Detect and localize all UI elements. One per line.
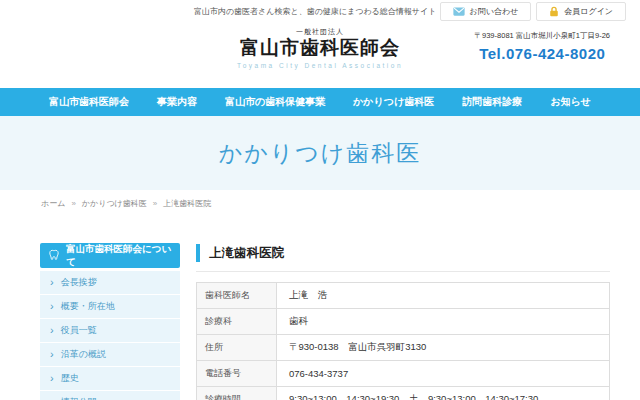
sidebar-item-overview-location[interactable]: › 概要・所在地 [40,295,180,319]
sidebar-menu: › 会長挨拶 › 概要・所在地 › 役員一覧 › 沿革の概説 › 歴史 › 情報… [40,271,180,400]
heading-divider [196,271,610,272]
row-label-address: 住所 [197,335,277,361]
row-value-dentist-name: 上滝 浩 [277,283,610,309]
row-label-department: 診療科 [197,309,277,335]
chevron-right-icon: › [50,349,54,360]
chevron-right-icon: › [50,397,54,400]
site-tagline: 富山市内の歯医者さん検索と、歯の健康にまつわる総合情報サイト [194,6,436,17]
chevron-right-icon: › [50,325,54,336]
table-row: 歯科医師名 上滝 浩 [197,283,610,309]
chevron-right-icon: › [50,277,54,288]
table-row: 診療時間 9:30~13:00 14:30~19:30 土 9:30~13:00… [197,387,610,400]
breadcrumb-separator: » [153,199,157,208]
clinic-info-table: 歯科医師名 上滝 浩 診療科 歯科 住所 〒930-0138 富山市呉羽町313… [196,282,610,400]
site-logo[interactable]: 一般社団法人 富山市歯科医師会 Toyama City Dental Assoc… [237,27,403,69]
chevron-right-icon: › [50,373,54,384]
member-login-button-label: 会員ログイン [564,6,613,17]
lock-icon [549,6,559,17]
nav-item-home-visit[interactable]: 訪問歯科診療 [462,95,522,109]
topbar-buttons: お問い合わせ 会員ログイン [440,2,627,21]
org-type-label: 一般社団法人 [237,27,403,37]
main-content: 上滝歯科医院 歯科医師名 上滝 浩 診療科 歯科 住所 〒930-0138 富山… [196,244,610,400]
site-subtitle: Toyama City Dental Association [237,62,403,69]
page-title-banner: かかりつけ歯科医 [0,116,640,190]
site-title: 富山市歯科医師会 [237,37,403,59]
top-utility-bar: 富山市内の歯医者さん検索と、歯の健康にまつわる総合情報サイト お問い合わせ 会員… [0,0,640,24]
breadcrumb-separator: » [71,199,75,208]
breadcrumb-home[interactable]: ホーム [41,198,65,209]
sidebar-item-greeting[interactable]: › 会長挨拶 [40,271,180,295]
clinic-name-heading: 上滝歯科医院 [196,244,610,262]
member-login-button[interactable]: 会員ログイン [536,2,626,21]
nav-item-association[interactable]: 富山市歯科医師会 [49,95,129,109]
nav-item-health-programs[interactable]: 富山市の歯科保健事業 [225,95,325,109]
table-row: 電話番号 076-434-3737 [197,361,610,387]
row-value-department: 歯科 [277,309,610,335]
sidebar-item-label: 概要・所在地 [61,300,115,313]
site-header: 一般社団法人 富山市歯科医師会 Toyama City Dental Assoc… [0,24,640,88]
breadcrumb: ホーム » かかりつけ歯科医 » 上滝歯科医院 [41,198,211,209]
row-label-dentist-name: 歯科医師名 [197,283,277,309]
header-contact-info: 〒939-8081 富山市堀川小泉町1丁目9-26 Tel.076-424-80… [475,31,610,62]
table-row: 住所 〒930-0138 富山市呉羽町3130 [197,335,610,361]
sidebar-item-label: 役員一覧 [61,324,97,337]
phone-number: Tel.076-424-8020 [475,45,610,62]
sidebar-item-label: 情報公開 [61,396,97,400]
table-row: 診療科 歯科 [197,309,610,335]
sidebar-header-label: 富山市歯科医師会について [66,243,172,269]
sidebar-item-label: 沿革の概説 [61,348,106,361]
sidebar-item-history-outline[interactable]: › 沿革の概説 [40,343,180,367]
chevron-right-icon: › [50,301,54,312]
global-nav: 富山市歯科医師会 事業内容 富山市の歯科保健事業 かかりつけ歯科医 訪問歯科診療… [0,88,640,116]
contact-button-label: お問い合わせ [470,6,519,17]
sidebar-item-label: 会長挨拶 [61,276,97,289]
sidebar: 富山市歯科医師会について › 会長挨拶 › 概要・所在地 › 役員一覧 › 沿革… [40,243,180,400]
sidebar-item-history[interactable]: › 歴史 [40,367,180,391]
row-value-hours: 9:30~13:00 14:30~19:30 土 9:30~13:00 14:3… [277,387,610,400]
row-label-phone: 電話番号 [197,361,277,387]
sidebar-item-disclosure[interactable]: › 情報公開 [40,391,180,400]
sidebar-header-about[interactable]: 富山市歯科医師会について [40,243,180,268]
mail-icon [453,7,465,16]
breadcrumb-current-page: 上滝歯科医院 [163,198,211,209]
page-title: かかりつけ歯科医 [219,138,422,169]
sidebar-item-officers[interactable]: › 役員一覧 [40,319,180,343]
row-label-hours: 診療時間 [197,387,277,400]
nav-item-family-dentist[interactable]: かかりつけ歯科医 [353,95,434,109]
sidebar-item-label: 歴史 [61,372,79,385]
postal-address: 〒939-8081 富山市堀川小泉町1丁目9-26 [475,31,610,41]
contact-button[interactable]: お問い合わせ [440,2,532,21]
row-value-address: 〒930-0138 富山市呉羽町3130 [277,335,610,361]
breadcrumb-family-dentist[interactable]: かかりつけ歯科医 [82,198,147,209]
nav-item-news[interactable]: お知らせ [550,95,591,109]
nav-item-business[interactable]: 事業内容 [157,95,197,109]
tooth-icon [48,249,60,263]
row-value-phone: 076-434-3737 [277,361,610,387]
